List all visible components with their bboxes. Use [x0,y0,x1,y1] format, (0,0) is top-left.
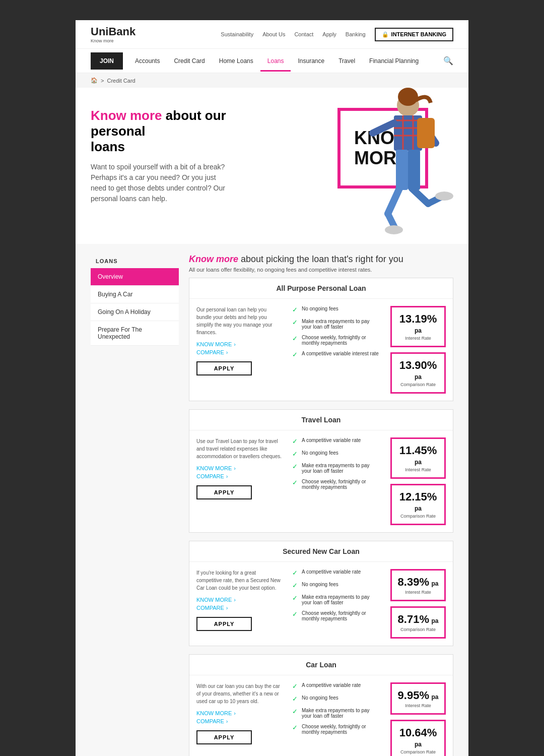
arrow-icon: › [234,710,236,716]
check-icon: ✓ [292,335,298,342]
hero-text: Know more about our personalloans Want t… [91,108,252,204]
check-icon: ✓ [292,479,298,486]
car-interest-rate: 9.95% [398,689,429,702]
nav-credit-card[interactable]: Credit Card [167,50,212,72]
svg-rect-9 [408,150,420,190]
svg-rect-12 [417,118,435,148]
svg-line-15 [412,188,428,204]
loan-card-secured-car-features: ✓ A competitive variable rate ✓ No ongoi… [287,569,385,639]
check-icon: ✓ [292,306,298,313]
search-icon[interactable]: 🔍 [443,49,453,73]
nav-insurance[interactable]: Insurance [291,50,331,72]
nav-home-loans[interactable]: Home Loans [212,50,260,72]
feature-item: ✓ No ongoing fees [292,306,380,313]
loan-card-travel-rates: 11.45% pa Interest Rate 12.15% pa Compar… [390,437,446,525]
car-know-more-link[interactable]: KNOW MORE › [196,710,282,716]
personal-know-more-link[interactable]: KNOW MORE › [196,341,282,347]
loans-header-pink: Know more [189,254,238,264]
loan-card-personal-features: ✓ No ongoing fees ✓ Make extra repayment… [287,306,385,394]
internet-banking-label: INTERNET BANKING [391,31,446,37]
logo-sub: Know more [91,38,135,43]
secured-car-know-more-link[interactable]: KNOW MORE › [196,597,282,603]
car-apply-button[interactable]: APPLY [196,730,252,744]
internet-banking-button[interactable]: 🔒 INTERNET BANKING [375,28,453,41]
nav-financial-planning[interactable]: Financial Planning [362,50,426,72]
top-nav-contact[interactable]: Contact [294,31,313,37]
page-wrapper: UniBank Know more Sustainability About U… [76,20,468,756]
hero-description: Want to spoil yourself with a bit of a b… [91,162,232,204]
travel-know-more-link[interactable]: KNOW MORE › [196,465,282,471]
loan-card-personal: All Purpose Personal Loan Our personal l… [189,278,453,401]
hero-image-area: KNOW MORE [257,88,468,244]
loans-header-sub: All our loans offer flexibility, no ongo… [189,267,453,273]
loan-card-car-title: Car Loan [189,655,453,675]
car-compare-link[interactable]: COMPARE › [196,718,282,724]
secured-car-compare-link[interactable]: COMPARE › [196,605,282,611]
sidebar-item-holiday[interactable]: Going On A Holiday [91,303,179,321]
sidebar: LOANS Overview Buying A Car Going On A H… [91,254,179,756]
loans-inner: LOANS Overview Buying A Car Going On A H… [91,244,453,756]
sidebar-item-buying-car[interactable]: Buying A Car [91,286,179,303]
secured-car-comparison-rate: 8.71% [398,613,429,625]
check-icon: ✓ [292,351,298,358]
sidebar-item-overview[interactable]: Overview [91,268,179,286]
check-icon: ✓ [292,594,298,602]
hero-section: Know more about our personalloans Want t… [76,88,468,244]
top-nav-apply[interactable]: Apply [322,31,336,37]
feature-item: ✓ A competitive variable rate [292,569,380,577]
travel-apply-button[interactable]: APPLY [196,485,252,499]
loan-card-secured-car-desc: If you're looking for a great competitiv… [196,569,282,592]
secured-car-comparison-rate-box: 8.71% pa Comparison Rate [390,606,446,639]
loan-card-personal-links: KNOW MORE › COMPARE › [196,341,282,355]
personal-compare-link[interactable]: COMPARE › [196,349,282,355]
join-button[interactable]: JOIN [91,52,123,70]
loan-card-personal-body: Our personal loan can help you bundle yo… [189,299,453,401]
loan-card-car-desc: With our car loan you can buy the car of… [196,682,282,705]
arrow-icon: › [234,465,236,471]
breadcrumb-home-icon[interactable]: 🏠 [91,77,98,84]
top-nav-about[interactable]: About Us [262,31,285,37]
main-nav: JOIN Accounts Credit Card Home Loans Loa… [76,49,468,73]
personal-comparison-rate: 13.90% [399,359,437,371]
travel-interest-rate-box: 11.45% pa Interest Rate [390,437,446,479]
nav-accounts[interactable]: Accounts [128,50,167,72]
feature-item: ✓ A competitive variable interest rate [292,351,380,358]
personal-apply-button[interactable]: APPLY [196,361,252,375]
svg-point-1 [398,88,418,106]
hero-tagline-pink: Know more [91,108,162,123]
secured-car-interest-rate: 8.39% [398,576,429,588]
loans-content: Know more about picking the loan that's … [189,254,453,756]
check-icon: ✓ [292,610,298,618]
loan-card-personal-title: All Purpose Personal Loan [189,278,453,299]
travel-compare-link[interactable]: COMPARE › [196,473,282,479]
feature-item: ✓ Choose weekly, fortnightly or monthly … [292,335,380,346]
loan-card-secured-car-body: If you're looking for a great competitiv… [189,562,453,646]
top-nav-sustainability[interactable]: Sustainability [221,31,253,37]
logo-text: UniBank [91,25,135,38]
feature-item: ✓ No ongoing fees [292,450,380,458]
loan-card-travel-features: ✓ A competitive variable rate ✓ No ongoi… [287,437,385,525]
loan-card-travel-title: Travel Loan [189,410,453,430]
top-nav-banking[interactable]: Banking [346,31,366,37]
nav-travel[interactable]: Travel [331,50,362,72]
loan-card-secured-car-links: KNOW MORE › COMPARE › [196,597,282,611]
loans-section: LOANS Overview Buying A Car Going On A H… [76,244,468,756]
loan-card-car-rates: 9.95% pa Interest Rate 10.64% pa Compari… [390,682,446,756]
svg-rect-8 [396,150,408,190]
loan-card-travel-body: Use our Travel Loan to pay for travel an… [189,430,453,532]
feature-item: ✓ A competitive variable rate [292,682,380,690]
travel-comparison-rate-box: 12.15% pa Comparison Rate [390,484,446,525]
nav-loans[interactable]: Loans [260,50,291,72]
personal-interest-rate-box: 13.19% pa Interest Rate [390,306,446,347]
loan-card-car-body: With our car loan you can buy the car of… [189,675,453,756]
feature-item: ✓ Make extra repayments to pay your loan… [292,594,380,605]
sidebar-item-unexpected[interactable]: Prepare For The Unexpected [91,321,179,346]
loan-card-travel-desc: Use our Travel Loan to pay for travel an… [196,437,282,460]
feature-item: ✓ Make extra repayments to pay your loan… [292,708,380,719]
loan-card-personal-rates: 13.19% pa Interest Rate 13.90% pa Compar… [390,306,446,394]
hero-tagline: Know more about our personalloans [91,108,252,155]
secured-car-apply-button[interactable]: APPLY [196,617,252,631]
feature-item: ✓ Make extra repayments to pay your loan… [292,463,380,474]
check-icon: ✓ [292,724,298,731]
feature-item: ✓ No ongoing fees [292,695,380,703]
